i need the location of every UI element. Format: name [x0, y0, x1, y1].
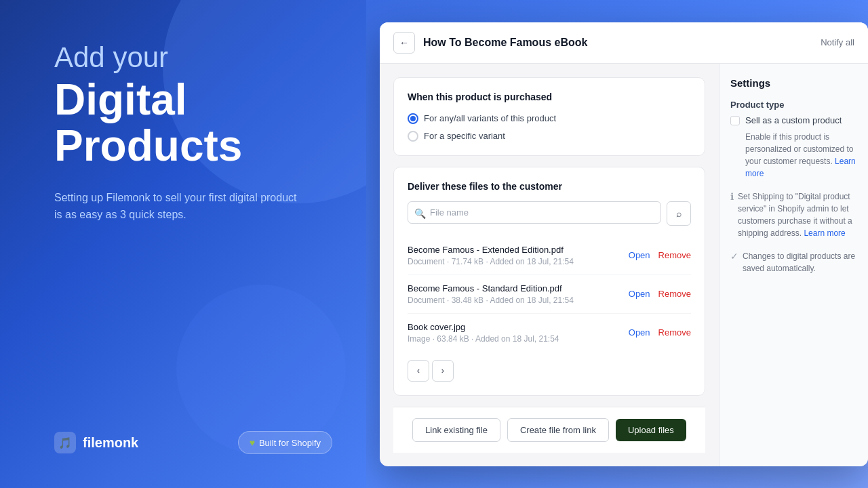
file-remove-button-3[interactable]: Remove	[658, 327, 691, 338]
bottom-actions: Link existing file Create file from link…	[393, 407, 705, 453]
app-header: ← How To Become Famous eBook Notify all	[380, 22, 868, 64]
app-body: When this product is purchased For any/a…	[380, 64, 868, 466]
app-header-left: ← How To Become Famous eBook	[393, 32, 587, 54]
bottom-bar: 🎵 filemonk ♥ Built for Shopify	[54, 431, 332, 454]
custom-product-checkbox[interactable]	[730, 116, 740, 125]
search-btn-icon: ⌕	[676, 208, 682, 219]
deliver-files-title: Deliver these files to the customer	[408, 181, 691, 192]
logo: 🎵 filemonk	[54, 432, 138, 453]
logo-text: filemonk	[83, 435, 138, 451]
search-bar: 🔍 ⌕	[408, 201, 691, 226]
right-panel: ← How To Become Famous eBook Notify all …	[366, 0, 868, 488]
headline: Add your Digital Products Setting up Fil…	[54, 41, 332, 224]
file-meta-2: Document · 38.48 kB · Added on 18 Jul, 2…	[408, 296, 574, 305]
subtitle: Setting up Filemonk to sell your first d…	[54, 189, 298, 224]
settings-product-type-section: Product type Sell as a custom product En…	[730, 100, 857, 180]
app-window: ← How To Become Famous eBook Notify all …	[380, 22, 868, 466]
shopify-badge-text: Built for Shopify	[259, 438, 321, 448]
custom-product-desc: Enable if this product is personalized o…	[745, 131, 857, 180]
link-existing-file-button[interactable]: Link existing file	[412, 418, 500, 442]
file-info-2: Become Famous - Standard Edition.pdf Doc…	[408, 283, 574, 305]
custom-product-label: Sell as a custom product	[745, 115, 842, 125]
settings-product-type-label: Product type	[730, 100, 857, 110]
file-name-2: Become Famous - Standard Edition.pdf	[408, 283, 574, 293]
left-panel: Add your Digital Products Setting up Fil…	[0, 0, 366, 488]
file-name-1: Become Famous - Extended Edition.pdf	[408, 245, 574, 255]
table-row: Become Famous - Extended Edition.pdf Doc…	[408, 237, 691, 275]
settings-title: Settings	[730, 77, 857, 89]
back-icon: ←	[399, 37, 409, 48]
deliver-files-card: Deliver these files to the customer 🔍 ⌕	[393, 167, 705, 396]
search-input-wrap: 🔍	[408, 201, 661, 226]
main-content: When this product is purchased For any/a…	[380, 64, 719, 466]
file-meta-1: Document · 71.74 kB · Added on 18 Jul, 2…	[408, 257, 574, 266]
file-remove-button-1[interactable]: Remove	[658, 250, 691, 260]
shopify-badge: ♥ Built for Shopify	[238, 431, 332, 454]
file-name-3: Book cover.jpg	[408, 322, 559, 332]
upload-files-button[interactable]: Upload files	[616, 419, 686, 441]
table-row: Book cover.jpg Image · 63.84 kB · Added …	[408, 314, 691, 352]
file-info-3: Book cover.jpg Image · 63.84 kB · Added …	[408, 322, 559, 344]
file-actions-3: Open Remove	[629, 327, 691, 338]
file-actions-1: Open Remove	[629, 250, 691, 260]
auto-save-text: Changes to digital products are saved au…	[743, 250, 857, 274]
learn-more-link-1[interactable]: Learn more	[745, 157, 856, 178]
app-title: How To Become Famous eBook	[423, 37, 587, 49]
radio-circle-all-variants	[408, 113, 418, 124]
headline-bold: Digital Products	[54, 77, 332, 168]
auto-save-block: ✓ Changes to digital products are saved …	[730, 250, 857, 274]
file-meta-3: Image · 63.84 kB · Added on 18 Jul, 21:5…	[408, 334, 559, 344]
search-button[interactable]: ⌕	[667, 201, 691, 226]
table-row: Become Famous - Standard Edition.pdf Doc…	[408, 275, 691, 314]
radio-label-specific-variant: For a specific variant	[424, 131, 505, 141]
checkbox-row: Sell as a custom product	[730, 115, 857, 125]
radio-group: For any/all variants of this product For…	[408, 113, 691, 142]
logo-icon: 🎵	[54, 432, 76, 453]
learn-more-link-2[interactable]: Learn more	[804, 228, 845, 238]
shipping-info-text: Set Shipping to "Digital product service…	[738, 190, 857, 239]
search-input[interactable]	[408, 201, 661, 224]
info-icon: ℹ	[730, 191, 734, 202]
radio-item-specific-variant[interactable]: For a specific variant	[408, 131, 691, 142]
file-actions-2: Open Remove	[629, 289, 691, 299]
check-circle-icon: ✓	[730, 251, 738, 262]
file-remove-button-2[interactable]: Remove	[658, 289, 691, 299]
headline-top: Add your	[54, 41, 332, 75]
file-open-button-3[interactable]: Open	[629, 327, 650, 338]
file-info-1: Become Famous - Extended Edition.pdf Doc…	[408, 245, 574, 266]
settings-sidebar: Settings Product type Sell as a custom p…	[719, 64, 868, 466]
next-page-button[interactable]: ›	[432, 360, 454, 382]
radio-circle-specific-variant	[408, 131, 418, 142]
prev-page-button[interactable]: ‹	[408, 360, 429, 382]
when-purchased-card: When this product is purchased For any/a…	[393, 77, 705, 156]
file-list: Become Famous - Extended Edition.pdf Doc…	[408, 237, 691, 352]
search-icon: 🔍	[414, 208, 426, 219]
file-open-button-2[interactable]: Open	[629, 289, 650, 299]
file-open-button-1[interactable]: Open	[629, 250, 650, 260]
pagination: ‹ ›	[408, 360, 691, 382]
back-button[interactable]: ←	[393, 32, 415, 54]
create-file-from-link-button[interactable]: Create file from link	[507, 418, 609, 442]
radio-label-all-variants: For any/all variants of this product	[424, 113, 556, 123]
shipping-info-block: ℹ Set Shipping to "Digital product servi…	[730, 190, 857, 239]
radio-item-all-variants[interactable]: For any/all variants of this product	[408, 113, 691, 124]
shopify-heart-icon: ♥	[250, 437, 255, 448]
notify-all-button[interactable]: Notify all	[821, 37, 854, 47]
when-purchased-title: When this product is purchased	[408, 92, 691, 102]
